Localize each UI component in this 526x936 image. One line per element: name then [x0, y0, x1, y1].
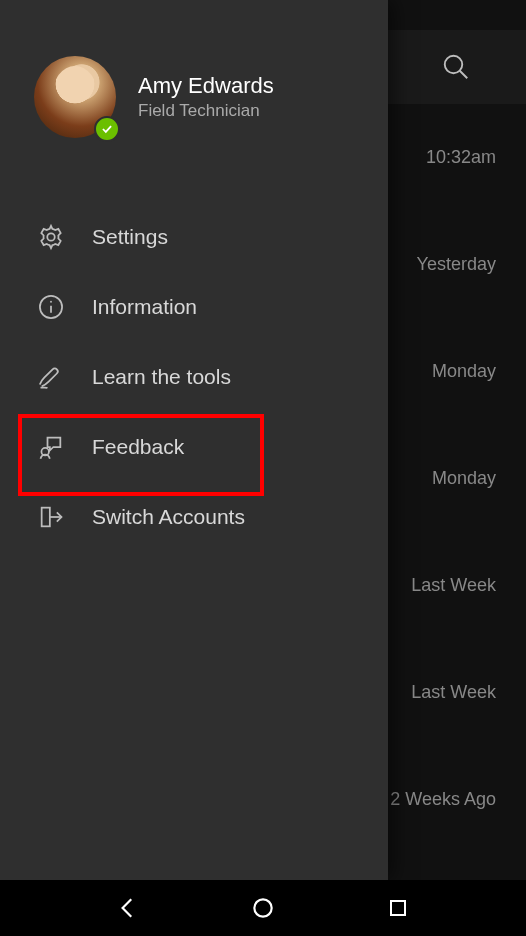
menu-item-learn[interactable]: Learn the tools — [0, 342, 388, 412]
drawer-menu: Settings Information Learn the tools Fee… — [0, 158, 388, 552]
menu-item-feedback[interactable]: Feedback — [0, 412, 388, 482]
menu-item-switch-accounts[interactable]: Switch Accounts — [0, 482, 388, 552]
menu-item-settings[interactable]: Settings — [0, 202, 388, 272]
user-name: Amy Edwards — [138, 73, 274, 99]
gear-icon — [36, 222, 66, 252]
switch-icon — [36, 502, 66, 532]
conversation-times: 10:32am Yesterday Monday Monday Last Wee… — [390, 104, 496, 853]
svg-point-0 — [445, 56, 463, 74]
profile-text: Amy Edwards Field Technician — [138, 73, 274, 121]
svg-point-9 — [254, 899, 271, 916]
menu-label: Switch Accounts — [92, 505, 245, 529]
menu-label: Information — [92, 295, 197, 319]
search-icon — [441, 52, 471, 82]
list-time: Last Week — [390, 532, 496, 639]
menu-label: Settings — [92, 225, 168, 249]
presence-badge — [94, 116, 120, 142]
list-time: Yesterday — [390, 211, 496, 318]
info-icon — [36, 292, 66, 322]
pen-icon — [36, 362, 66, 392]
svg-rect-7 — [42, 508, 50, 527]
back-button[interactable] — [108, 888, 148, 928]
overview-button[interactable] — [378, 888, 418, 928]
list-time: 10:32am — [390, 104, 496, 211]
svg-point-5 — [50, 301, 52, 303]
navigation-drawer: Amy Edwards Field Technician Settings In… — [0, 0, 388, 880]
feedback-icon — [36, 432, 66, 462]
list-time: Monday — [390, 425, 496, 532]
android-navbar — [0, 880, 526, 936]
search-bar-area[interactable] — [386, 30, 526, 104]
menu-label: Feedback — [92, 435, 184, 459]
home-button[interactable] — [243, 888, 283, 928]
svg-rect-10 — [391, 901, 405, 915]
menu-item-information[interactable]: Information — [0, 272, 388, 342]
list-time: Last Week — [390, 639, 496, 746]
svg-point-2 — [47, 233, 54, 240]
menu-label: Learn the tools — [92, 365, 231, 389]
avatar-container — [34, 56, 116, 138]
list-time: 2 Weeks Ago — [390, 746, 496, 853]
svg-line-1 — [460, 71, 468, 79]
profile-header[interactable]: Amy Edwards Field Technician — [0, 0, 388, 158]
list-time: Monday — [390, 318, 496, 425]
user-role: Field Technician — [138, 101, 274, 121]
